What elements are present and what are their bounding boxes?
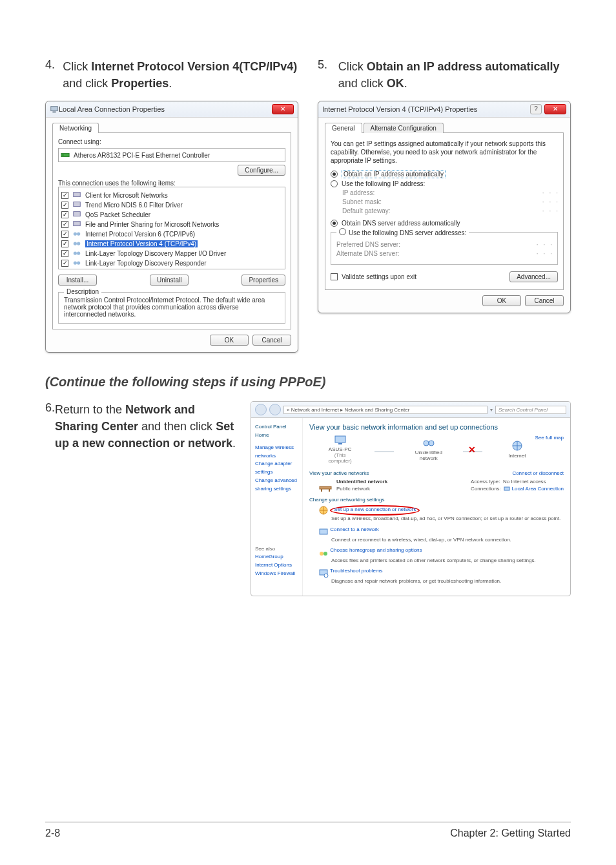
label-use-ip[interactable]: Use the following IP address: <box>342 180 425 187</box>
nav-toolbar: « Network and Internet ▸ Network and Sha… <box>251 402 570 418</box>
option-homegroup[interactable]: Choose homegroup and sharing options Acc… <box>318 547 564 564</box>
step4-number: 4. <box>45 58 63 72</box>
close-icon[interactable]: ✕ <box>272 104 294 114</box>
active-network-card: Unidentified network Public network Acce… <box>318 479 564 493</box>
lan-title: Local Area Connection Properties <box>59 105 272 113</box>
step4-pre: Click <box>63 60 91 73</box>
checkbox-icon[interactable] <box>61 221 68 228</box>
uninstall-button[interactable]: Uninstall <box>150 275 189 286</box>
list-item-selected[interactable]: Internet Protocol Version 4 (TCP/IPv4) <box>85 240 198 247</box>
opt2-desc: Connect or reconnect to a wireless, wire… <box>331 537 511 543</box>
svg-rect-24 <box>504 487 509 490</box>
sidebar-firewall[interactable]: Windows Firewall <box>255 570 298 578</box>
help-icon[interactable]: ? <box>530 104 542 114</box>
access-type-label: Access type: <box>471 479 500 485</box>
list-item[interactable]: File and Printer Sharing for Microsoft N… <box>85 221 219 228</box>
option-setup-connection[interactable]: Set up a new connection or network Set u… <box>318 505 564 522</box>
sidebar-advanced[interactable]: Change advanced sharing settings <box>255 477 298 494</box>
nic-icon <box>61 151 70 160</box>
list-item[interactable]: Link-Layer Topology Discovery Responder <box>85 260 207 267</box>
client-icon <box>72 191 81 200</box>
globe-icon <box>511 440 523 452</box>
list-item[interactable]: Client for Microsoft Networks <box>85 192 168 199</box>
radio-use-dns[interactable] <box>339 228 346 235</box>
breadcrumb[interactable]: « Network and Internet ▸ Network and Sha… <box>283 406 488 414</box>
step5-text: Click Obtain an IP address automatically… <box>338 58 571 92</box>
configure-button[interactable]: Configure... <box>238 165 285 176</box>
sidebar-homegroup[interactable]: HomeGroup <box>255 553 298 561</box>
ok-button[interactable]: OK <box>210 335 249 346</box>
change-settings-label: Change your networking settings <box>309 497 564 503</box>
label-auto-ip[interactable]: Obtain an IP address automatically <box>342 170 446 178</box>
step5-pre: Click <box>338 60 367 73</box>
checkbox-icon[interactable] <box>61 231 68 238</box>
checkbox-icon[interactable] <box>61 240 68 247</box>
gateway-field: ··· <box>542 207 558 214</box>
cancel-button[interactable]: Cancel <box>252 335 291 346</box>
svg-rect-6 <box>74 212 81 216</box>
protocol-icon <box>72 239 81 248</box>
list-item[interactable]: Link-Layer Topology Discovery Mapper I/O… <box>85 250 226 257</box>
items-listbox[interactable]: Client for Microsoft Networks Trend Micr… <box>58 187 285 269</box>
option-connect-network[interactable]: Connect to a network Connect or reconnec… <box>318 526 564 543</box>
close-icon[interactable]: ✕ <box>544 104 566 114</box>
back-icon[interactable] <box>255 404 267 415</box>
description-text: Transmission Control Protocol/Internet P… <box>64 297 280 318</box>
ip-address-label: IP address: <box>342 189 413 196</box>
step5-number: 5. <box>318 58 338 72</box>
step5-post: . <box>404 77 407 90</box>
connect-disconnect-link[interactable]: Connect or disconnect <box>512 470 564 476</box>
svg-rect-5 <box>74 202 81 207</box>
label-use-dns[interactable]: Use the following DNS server addresses: <box>349 229 466 236</box>
sidebar-adapter[interactable]: Change adapter settings <box>255 460 298 477</box>
cancel-button[interactable]: Cancel <box>525 295 564 306</box>
checkbox-icon[interactable] <box>61 260 68 267</box>
list-item[interactable]: Internet Protocol Version 6 (TCP/IPv6) <box>85 231 195 238</box>
step4-bold2: Properties <box>111 77 169 90</box>
checkbox-icon[interactable] <box>61 211 68 218</box>
label-auto-dns[interactable]: Obtain DNS server address automatically <box>342 220 460 227</box>
svg-rect-1 <box>52 112 56 113</box>
active-networks-label: View your active networks <box>309 470 369 476</box>
list-item[interactable]: Trend Micro NDIS 6.0 Filter Driver <box>85 202 183 209</box>
see-full-map-link[interactable]: See full map <box>535 435 564 441</box>
properties-button[interactable]: Properties <box>241 275 285 286</box>
radio-auto-dns[interactable] <box>331 220 338 227</box>
advanced-button[interactable]: Advanced... <box>509 271 558 282</box>
radio-use-ip[interactable] <box>331 180 338 187</box>
step4-mid: and click <box>63 77 111 90</box>
sidebar-inetopt[interactable]: Internet Options <box>255 561 298 570</box>
ok-button[interactable]: OK <box>482 295 521 306</box>
opt3-title: Choose homegroup and sharing options <box>330 547 422 553</box>
radio-auto-ip[interactable] <box>331 171 338 178</box>
tab-networking[interactable]: Networking <box>52 123 99 133</box>
install-button[interactable]: Install... <box>58 275 97 286</box>
svg-rect-23 <box>329 489 330 492</box>
option-troubleshoot[interactable]: Troubleshoot problems Diagnose and repai… <box>318 568 564 585</box>
homegroup-icon <box>318 547 329 558</box>
step5-bold1: Obtain an IP address automatically <box>367 60 560 73</box>
label-validate[interactable]: Validate settings upon exit <box>342 273 416 280</box>
checkbox-icon[interactable] <box>61 202 68 209</box>
opt2-title: Connect to a network <box>330 526 379 532</box>
checkbox-icon[interactable] <box>61 250 68 257</box>
forward-icon[interactable] <box>269 404 281 415</box>
sidebar-wireless[interactable]: Manage wireless networks <box>255 444 298 461</box>
tab-general[interactable]: General <box>325 123 362 133</box>
sidebar-home[interactable]: Control Panel Home <box>255 423 298 440</box>
list-item[interactable]: QoS Packet Scheduler <box>85 211 150 218</box>
tab-alternate[interactable]: Alternate Configuration <box>364 123 444 133</box>
protocol-icon <box>72 258 81 267</box>
node-pc: ASUS-PC (This computer) <box>322 435 358 464</box>
connections-label: Connections: <box>471 486 501 492</box>
step6-post: . <box>232 437 236 450</box>
step4-post: . <box>169 77 172 90</box>
opt4-title: Troubleshoot problems <box>330 568 383 574</box>
svg-point-10 <box>74 242 77 245</box>
checkbox-icon[interactable] <box>61 192 68 199</box>
checkbox-validate[interactable] <box>331 273 338 280</box>
node-internet: Internet <box>499 440 535 459</box>
search-input[interactable]: Search Control Panel <box>495 406 566 414</box>
uses-items-label: This connection uses the following items… <box>58 180 285 187</box>
connection-link[interactable]: Local Area Connection <box>512 486 564 492</box>
